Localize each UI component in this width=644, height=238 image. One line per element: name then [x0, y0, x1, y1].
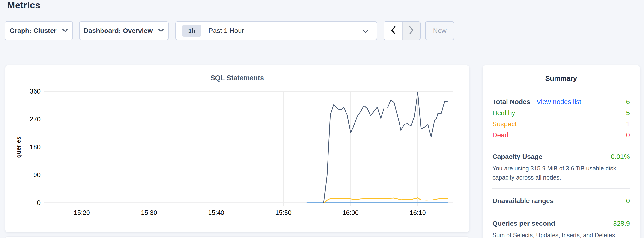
graph-dropdown[interactable]: Graph: Cluster — [4, 21, 73, 40]
qps-label: Queries per second — [492, 220, 555, 227]
node-status-list: Total Nodes View nodes list 6 Healthy 5 … — [492, 96, 630, 141]
graph-dropdown-label: Graph: Cluster — [9, 27, 56, 35]
summary-panel: Summary Total Nodes View nodes list 6 He… — [483, 65, 640, 238]
y-tick-label: 360 — [30, 88, 40, 95]
divider — [492, 144, 630, 145]
time-window-badge: 1h — [182, 25, 201, 37]
now-button[interactable]: Now — [425, 21, 454, 40]
navy-series-line — [324, 92, 448, 203]
unavailable-ranges-label: Unavailable ranges — [492, 197, 554, 205]
now-button-label: Now — [433, 27, 446, 35]
sql-statements-chart[interactable]: 09018027036015:2015:3015:4015:5016:0016:… — [5, 65, 469, 232]
x-tick-label: 15:20 — [74, 209, 90, 216]
dashboard-dropdown-label: Dashboard: Overview — [84, 27, 153, 35]
dead-label: Dead — [492, 131, 508, 139]
capacity-description: You are using 315.9 MiB of 3.6 TiB usabl… — [492, 164, 630, 182]
capacity-section: Capacity Usage 0.01% You are using 315.9… — [492, 151, 630, 182]
x-tick-label: 15:40 — [208, 209, 224, 216]
y-tick-label: 180 — [30, 144, 40, 151]
chevron-down-icon — [62, 28, 68, 33]
prev-time-button[interactable] — [384, 22, 402, 40]
x-tick-label: 16:00 — [342, 209, 359, 216]
page-title: Metrics — [7, 0, 40, 11]
total-nodes-value: 6 — [626, 98, 630, 106]
suspect-label: Suspect — [492, 120, 516, 128]
suspect-value: 1 — [626, 120, 630, 128]
chevron-down-icon — [158, 28, 164, 33]
dead-nodes-row: Dead 0 — [492, 130, 630, 141]
total-nodes-label: Total Nodes — [492, 98, 530, 106]
capacity-label: Capacity Usage — [492, 153, 542, 161]
next-time-button[interactable] — [402, 22, 420, 40]
chevron-right-icon — [409, 26, 414, 36]
chevron-left-icon — [390, 26, 396, 36]
qps-description: Sum of Selects, Updates, Inserts, and De… — [492, 230, 630, 238]
time-window-selector[interactable]: 1h Past 1 Hour — [176, 21, 377, 40]
time-window-label: Past 1 Hour — [208, 27, 244, 35]
sql-statements-card: SQL Statements 09018027036015:2015:3015:… — [5, 65, 469, 232]
suspect-nodes-row: Suspect 1 — [492, 118, 630, 130]
qps-value: 328.9 — [613, 220, 630, 227]
dashboard-dropdown[interactable]: Dashboard: Overview — [79, 21, 169, 40]
healthy-value: 5 — [626, 109, 630, 117]
x-tick-label: 15:50 — [275, 209, 292, 216]
divider — [492, 188, 630, 189]
divider — [492, 211, 630, 211]
qps-section: Queries per second 328.9 Sum of Selects,… — [492, 218, 630, 238]
view-nodes-link[interactable]: View nodes list — [536, 98, 581, 106]
unavailable-ranges-section: Unavailable ranges 0 — [492, 195, 630, 206]
healthy-label: Healthy — [492, 109, 515, 117]
yellow-series-line — [324, 198, 448, 203]
time-step-buttons — [384, 21, 420, 40]
y-tick-label: 270 — [30, 116, 40, 123]
y-tick-label: 0 — [37, 199, 40, 206]
summary-title: Summary — [492, 74, 630, 82]
unavailable-ranges-value: 0 — [626, 197, 630, 205]
dead-value: 0 — [626, 131, 630, 139]
metrics-page: Metrics Graph: Cluster Dashboard: Overvi… — [0, 0, 644, 238]
x-tick-label: 15:30 — [141, 209, 157, 216]
next-chart-card-edge — [5, 236, 469, 238]
total-nodes-row: Total Nodes View nodes list 6 — [492, 96, 630, 107]
y-tick-label: 90 — [33, 171, 40, 179]
healthy-nodes-row: Healthy 5 — [492, 107, 630, 118]
x-tick-label: 16:10 — [410, 209, 426, 216]
y-axis-label: queries — [15, 137, 22, 158]
chevron-down-icon — [363, 30, 368, 34]
capacity-value: 0.01% — [611, 153, 630, 161]
